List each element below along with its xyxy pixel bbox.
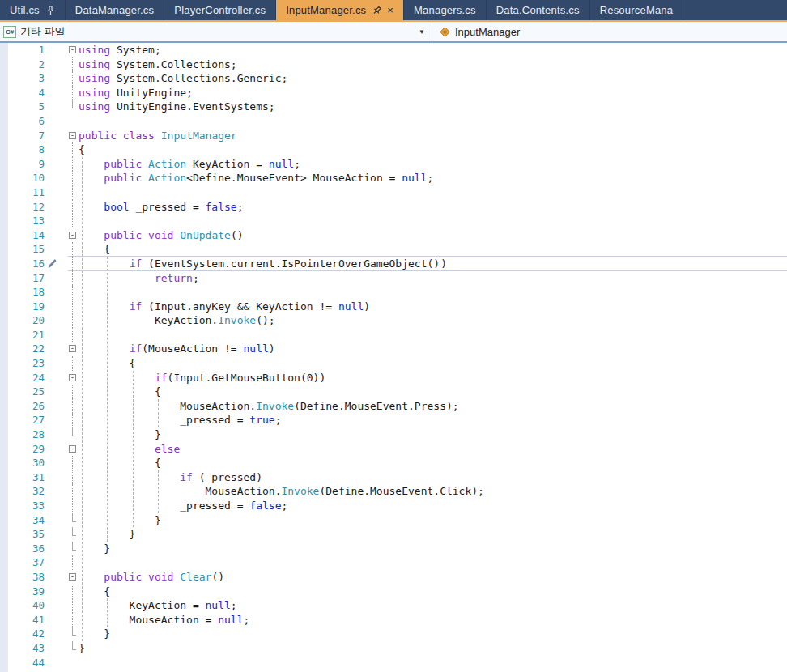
tab-ResourceMana[interactable]: ResourceMana xyxy=(590,0,684,20)
code-line[interactable]: 16 if (EventSystem.current.IsPointerOver… xyxy=(0,257,787,271)
outlining-margin xyxy=(67,585,79,599)
code-line[interactable]: 8{ xyxy=(0,142,787,157)
code-line[interactable]: 40 KeyAction = null; xyxy=(0,598,787,613)
code-line[interactable]: 21 xyxy=(0,328,787,342)
code-line[interactable]: 5using UnityEngine.EventSystems; xyxy=(0,100,787,114)
glyph-margin xyxy=(45,427,67,442)
code-line[interactable]: 11 xyxy=(0,185,787,200)
code-text: if(MouseAction != null) xyxy=(79,342,275,356)
fold-marker-icon[interactable]: - xyxy=(69,232,76,239)
fold-line xyxy=(72,214,73,228)
code-line[interactable]: 18 xyxy=(0,285,787,300)
line-number: 14 xyxy=(0,228,45,243)
fold-marker-icon[interactable]: - xyxy=(69,345,76,352)
tab-InputManager-cs[interactable]: InputManager.cs × xyxy=(276,0,404,20)
code-line[interactable]: 1-using System; xyxy=(0,43,787,57)
code-line[interactable]: 6 xyxy=(0,114,787,129)
code-line[interactable]: 15 { xyxy=(0,242,787,257)
code-line[interactable]: 19 if (Input.anyKey && KeyAction != null… xyxy=(0,300,787,314)
code-line[interactable]: 22- if(MouseAction != null) xyxy=(0,342,787,356)
code-editor[interactable]: 1-using System;2using System.Collections… xyxy=(0,43,787,672)
code-line[interactable]: 7-public class InputManager xyxy=(0,129,787,143)
close-icon[interactable]: × xyxy=(387,5,394,15)
code-text: } xyxy=(79,527,135,542)
code-text: KeyAction = null; xyxy=(79,598,237,613)
line-number: 2 xyxy=(0,57,45,72)
code-line[interactable]: 44 xyxy=(0,656,787,670)
fold-marker-icon[interactable]: - xyxy=(69,374,76,381)
code-line[interactable]: 23 { xyxy=(0,356,787,371)
line-number: 25 xyxy=(0,385,45,399)
code-line[interactable]: 2using System.Collections; xyxy=(0,57,787,72)
glyph-margin xyxy=(45,214,67,228)
glyph-margin xyxy=(45,456,67,470)
code-line[interactable]: 39 { xyxy=(0,585,787,599)
fold-marker-icon[interactable]: - xyxy=(69,445,76,453)
outlining-margin xyxy=(67,456,79,470)
outlining-margin: - xyxy=(67,43,79,57)
outlining-margin xyxy=(67,627,79,641)
line-number: 10 xyxy=(0,171,45,185)
code-text: public Action KeyAction = null; xyxy=(79,157,300,172)
code-line[interactable]: 24- if(Input.GetMouseButton(0)) xyxy=(0,371,787,385)
fold-end-line xyxy=(72,542,76,551)
outlining-margin xyxy=(67,300,79,314)
code-line[interactable]: 12 bool _pressed = false; xyxy=(0,200,787,215)
code-line[interactable]: 3using System.Collections.Generic; xyxy=(0,71,787,86)
code-line[interactable]: 13 xyxy=(0,214,787,228)
code-line[interactable]: 10 public Action<Define.MouseEvent> Mous… xyxy=(0,171,787,185)
fold-line xyxy=(72,200,73,215)
code-line[interactable]: 26 MouseAction.Invoke(Define.MouseEvent.… xyxy=(0,399,787,414)
code-line[interactable]: 31 if (_pressed) xyxy=(0,470,787,485)
pin-icon[interactable] xyxy=(372,6,381,15)
code-line[interactable]: 41 MouseAction = null; xyxy=(0,613,787,627)
code-line[interactable]: 28 } xyxy=(0,427,787,442)
line-number: 40 xyxy=(0,598,45,613)
code-line[interactable]: 14- public void OnUpdate() xyxy=(0,228,787,243)
glyph-margin xyxy=(45,300,67,314)
code-line[interactable]: 9 public Action KeyAction = null; xyxy=(0,157,787,172)
chevron-down-icon[interactable]: ▼ xyxy=(419,28,425,36)
code-line[interactable]: 42 } xyxy=(0,627,787,641)
fold-marker-icon[interactable]: - xyxy=(69,573,76,581)
line-number: 15 xyxy=(0,242,45,257)
code-line[interactable]: 17 return; xyxy=(0,271,787,286)
code-line[interactable]: 35 } xyxy=(0,527,787,542)
tab-Data-Contents-cs[interactable]: Data.Contents.cs xyxy=(487,0,590,20)
code-line[interactable]: 32 MouseAction.Invoke(Define.MouseEvent.… xyxy=(0,484,787,499)
fold-line xyxy=(72,456,73,470)
code-line[interactable]: 25 { xyxy=(0,385,787,399)
tab-PlayerController-cs[interactable]: PlayerController.cs xyxy=(164,0,276,20)
code-line[interactable]: 20 KeyAction.Invoke(); xyxy=(0,313,787,328)
type-dropdown[interactable]: InputManager xyxy=(432,22,520,41)
code-line[interactable]: 29- else xyxy=(0,442,787,457)
code-line[interactable]: 34 } xyxy=(0,513,787,528)
tab-DataManager-cs[interactable]: DataManager.cs xyxy=(66,0,164,20)
code-text: public class InputManager xyxy=(79,129,237,143)
outlining-margin xyxy=(67,157,79,172)
tab-label: ResourceMana xyxy=(600,4,674,16)
tab-Util-cs[interactable]: Util.cs xyxy=(0,0,66,20)
code-line[interactable]: 30 { xyxy=(0,456,787,470)
code-text: bool _pressed = false; xyxy=(79,200,244,215)
project-context-dropdown[interactable]: C# 기타 파일 ▼ xyxy=(0,22,432,41)
code-line[interactable]: 37 xyxy=(0,555,787,570)
fold-end-line xyxy=(72,513,76,522)
pin-icon[interactable] xyxy=(46,6,55,15)
outlining-margin xyxy=(67,257,79,271)
fold-marker-icon[interactable]: - xyxy=(69,132,76,139)
code-line[interactable]: 38- public void Clear() xyxy=(0,570,787,585)
outlining-margin xyxy=(67,499,79,513)
navigation-bar: C# 기타 파일 ▼ InputManager xyxy=(0,22,787,41)
code-line[interactable]: 27 _pressed = true; xyxy=(0,413,787,427)
line-number: 18 xyxy=(0,285,45,300)
code-line[interactable]: 36 } xyxy=(0,542,787,556)
code-line[interactable]: 4using UnityEngine; xyxy=(0,86,787,100)
outlining-margin: - xyxy=(67,342,79,356)
tab-Managers-cs[interactable]: Managers.cs xyxy=(404,0,487,20)
glyph-margin xyxy=(45,200,67,215)
code-line[interactable]: 43} xyxy=(0,641,787,656)
code-line[interactable]: 33 _pressed = false; xyxy=(0,499,787,513)
line-number: 37 xyxy=(0,555,45,570)
fold-marker-icon[interactable]: - xyxy=(69,46,76,53)
